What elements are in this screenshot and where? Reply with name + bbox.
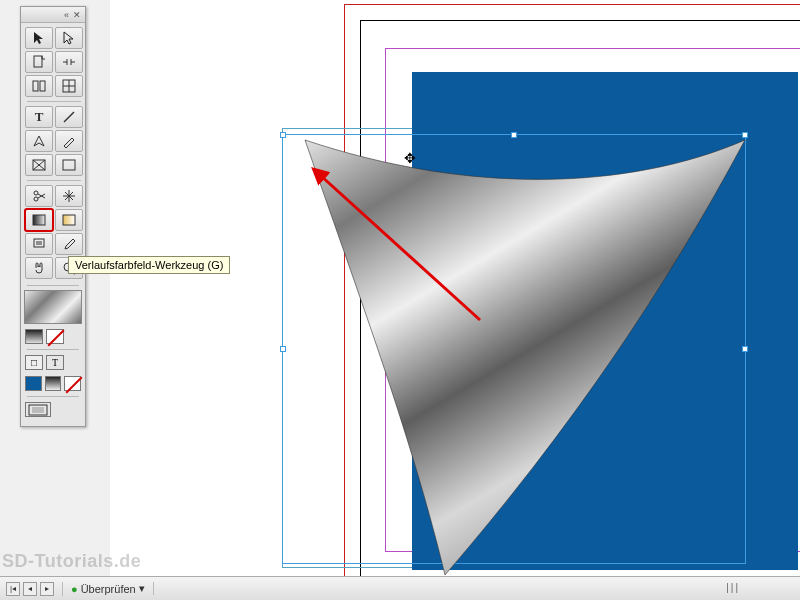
formatting-text-icon[interactable]: T xyxy=(46,355,64,370)
document-canvas[interactable]: ✥ xyxy=(110,0,800,576)
svg-rect-1 xyxy=(33,81,38,91)
sail-shape[interactable] xyxy=(110,0,800,600)
apply-gradient-icon[interactable] xyxy=(45,376,62,391)
svg-rect-2 xyxy=(40,81,45,91)
line-tool[interactable] xyxy=(55,106,83,128)
selection-tool[interactable] xyxy=(25,27,53,49)
content-tool-2[interactable] xyxy=(55,75,83,97)
chevron-down-icon[interactable]: ▾ xyxy=(139,582,145,595)
content-tool[interactable] xyxy=(25,75,53,97)
svg-point-10 xyxy=(34,191,38,195)
preflight-status[interactable]: ● Überprüfen ▾ xyxy=(71,582,154,595)
status-bar: |◂ ◂ ▸ ● Überprüfen ▾ xyxy=(0,576,800,600)
tooltip: Verlaufsfarbfeld-Werkzeug (G) xyxy=(68,256,230,274)
toolbox-header: « ✕ xyxy=(21,7,85,23)
svg-rect-11 xyxy=(33,215,45,225)
screen-mode-icon[interactable] xyxy=(25,402,51,417)
gradient-swatch-tool[interactable] xyxy=(25,209,53,231)
page-tool[interactable] xyxy=(25,51,53,73)
watermark-text: SD-Tutorials.de xyxy=(2,551,141,572)
svg-rect-17 xyxy=(32,407,44,413)
gradient-feather-tool[interactable] xyxy=(55,209,83,231)
page-nav: |◂ ◂ ▸ xyxy=(6,582,63,596)
gradient-cursor-icon: ✥ xyxy=(404,150,416,166)
nav-first-icon[interactable]: |◂ xyxy=(6,582,20,596)
type-tool[interactable]: T xyxy=(25,106,53,128)
svg-rect-12 xyxy=(63,215,75,225)
formatting-row: □ T xyxy=(21,352,85,373)
eyedropper-tool[interactable] xyxy=(55,233,83,255)
svg-rect-13 xyxy=(34,239,44,247)
svg-rect-8 xyxy=(63,160,75,170)
apply-none-icon[interactable] xyxy=(64,376,81,391)
svg-point-9 xyxy=(34,197,38,201)
swap-fill-stroke-icon[interactable] xyxy=(46,329,64,344)
transform-tool[interactable] xyxy=(55,185,83,207)
apply-color-row xyxy=(21,373,85,394)
pencil-tool[interactable] xyxy=(55,130,83,152)
pen-tool[interactable] xyxy=(25,130,53,152)
toolbox-panel: « ✕ T xyxy=(20,6,86,427)
rectangle-frame-tool[interactable] xyxy=(25,154,53,176)
scrollbar-hint[interactable]: ||| xyxy=(726,582,740,593)
hand-tool[interactable] xyxy=(25,257,53,279)
apply-color-icon[interactable] xyxy=(25,376,42,391)
default-fill-stroke-icon[interactable] xyxy=(25,329,43,344)
nav-prev-icon[interactable]: ◂ xyxy=(23,582,37,596)
preflight-ok-icon: ● xyxy=(71,583,78,595)
nav-next-icon[interactable]: ▸ xyxy=(40,582,54,596)
svg-rect-0 xyxy=(34,56,42,67)
gap-tool[interactable] xyxy=(55,51,83,73)
close-icon[interactable]: ✕ xyxy=(73,10,81,20)
fill-stroke-swap-row xyxy=(21,326,85,347)
scissors-tool[interactable] xyxy=(25,185,53,207)
note-tool[interactable] xyxy=(25,233,53,255)
direct-selection-tool[interactable] xyxy=(55,27,83,49)
preflight-label: Überprüfen xyxy=(81,583,136,595)
collapse-icon[interactable]: « xyxy=(64,10,69,20)
formatting-container-icon[interactable]: □ xyxy=(25,355,43,370)
rectangle-tool[interactable] xyxy=(55,154,83,176)
fill-stroke-proxy[interactable] xyxy=(24,290,82,324)
tool-grid: T xyxy=(21,23,85,283)
svg-line-4 xyxy=(64,112,74,122)
screen-mode-row xyxy=(21,399,85,420)
